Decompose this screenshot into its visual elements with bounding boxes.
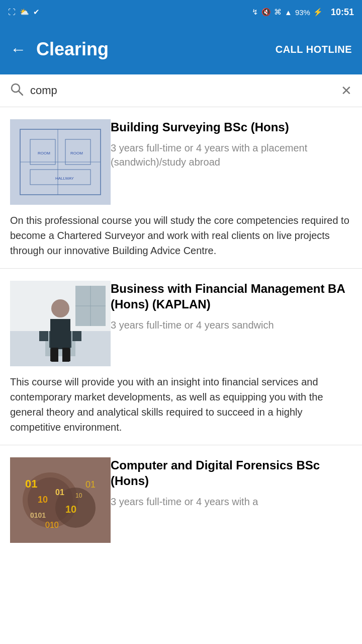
app-bar: ← Clearing CALL HOTLINE xyxy=(0,24,362,74)
mute-icon: 🔇 xyxy=(261,8,271,17)
svg-rect-25 xyxy=(50,319,70,349)
svg-text:10: 10 xyxy=(38,495,48,505)
course-duration: 3 years full-time or 4 years with a xyxy=(111,495,352,509)
wifi-icon: ⌘ xyxy=(274,8,282,17)
course-header: 01 10 01 10 0101 10 010 01 Computer and … xyxy=(10,457,352,543)
status-bar-right-icons: ↯ 🔇 ⌘ ▲ 93% ⚡ 10:51 xyxy=(252,7,354,18)
weather-icon: ⛅ xyxy=(20,8,29,17)
photo-icon: ⛶ xyxy=(8,8,16,17)
svg-text:0101: 0101 xyxy=(30,511,46,519)
svg-text:10: 10 xyxy=(75,492,82,499)
status-bar-left-icons: ⛶ ⛅ ✔ xyxy=(8,8,252,17)
course-duration: 3 years full-time or 4 years sandwich xyxy=(111,318,352,332)
svg-text:ROOM: ROOM xyxy=(70,151,83,155)
back-button[interactable]: ← xyxy=(10,40,26,59)
course-info: Computer and Digital Forensics BSc (Hons… xyxy=(111,457,352,509)
svg-rect-26 xyxy=(51,348,58,362)
course-description: On this professional course you will stu… xyxy=(10,213,352,258)
call-hotline-button[interactable]: CALL HOTLINE xyxy=(276,44,352,55)
course-card: ROOM ROOM HALLWAY Building Surveying BSc… xyxy=(0,107,362,269)
course-header: ROOM ROOM HALLWAY Building Surveying BSc… xyxy=(10,119,352,205)
svg-point-24 xyxy=(51,299,69,317)
task-icon: ✔ xyxy=(33,8,40,17)
svg-text:01: 01 xyxy=(25,477,37,490)
battery-level: 93% xyxy=(295,8,310,17)
svg-text:10: 10 xyxy=(65,504,76,515)
page-title: Clearing xyxy=(36,39,276,60)
search-input[interactable] xyxy=(30,84,341,97)
svg-text:010: 010 xyxy=(45,521,59,529)
course-title[interactable]: Computer and Digital Forensics BSc (Hons… xyxy=(111,457,352,489)
course-description: This course will provide you with an ins… xyxy=(10,374,352,435)
svg-text:01: 01 xyxy=(85,479,96,490)
status-bar: ⛶ ⛅ ✔ ↯ 🔇 ⌘ ▲ 93% ⚡ 10:51 xyxy=(0,0,362,24)
course-title[interactable]: Building Surveying BSc (Hons) xyxy=(111,119,352,135)
course-title[interactable]: Business with Financial Management BA (H… xyxy=(111,281,352,312)
course-duration: 3 years full-time or 4 years with a plac… xyxy=(111,141,352,169)
search-icon xyxy=(10,83,23,99)
course-image xyxy=(10,281,111,366)
course-image: 01 10 01 10 0101 10 010 01 xyxy=(10,457,111,543)
search-bar: ✕ xyxy=(0,74,362,107)
course-card: Business with Financial Management BA (H… xyxy=(0,269,362,445)
svg-text:01: 01 xyxy=(55,488,64,497)
course-info: Building Surveying BSc (Hons) 3 years fu… xyxy=(111,119,352,169)
bluetooth-icon: ↯ xyxy=(252,8,258,17)
svg-text:HALLWAY: HALLWAY xyxy=(55,176,74,181)
clear-search-button[interactable]: ✕ xyxy=(341,83,352,99)
svg-line-1 xyxy=(19,91,23,95)
svg-text:ROOM: ROOM xyxy=(38,151,50,155)
signal-icon: ▲ xyxy=(285,8,292,17)
status-time: 10:51 xyxy=(331,7,354,18)
battery-icon: ⚡ xyxy=(313,8,323,17)
course-image: ROOM ROOM HALLWAY xyxy=(10,119,111,205)
course-header: Business with Financial Management BA (H… xyxy=(10,281,352,366)
course-card: 01 10 01 10 0101 10 010 01 Computer and … xyxy=(0,445,362,561)
course-info: Business with Financial Management BA (H… xyxy=(111,281,352,332)
svg-rect-27 xyxy=(62,348,69,362)
